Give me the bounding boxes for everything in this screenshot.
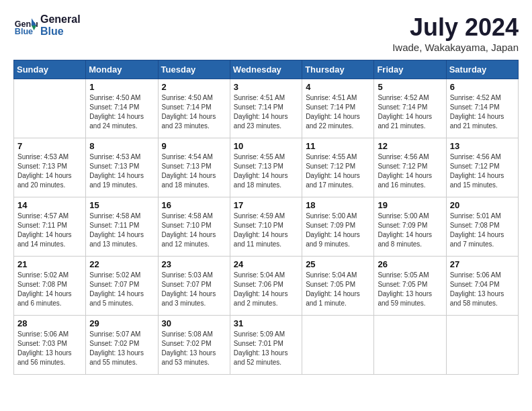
day-info: Sunrise: 4:55 AM Sunset: 7:12 PM Dayligh… <box>306 152 370 190</box>
day-info: Sunrise: 4:50 AM Sunset: 7:14 PM Dayligh… <box>162 93 226 131</box>
day-cell: 18Sunrise: 5:00 AM Sunset: 7:09 PM Dayli… <box>302 197 374 257</box>
day-info: Sunrise: 5:01 AM Sunset: 7:08 PM Dayligh… <box>450 212 515 249</box>
svg-text:Blue: Blue <box>15 27 33 36</box>
weekday-header-thursday: Thursday <box>302 60 374 79</box>
week-row-4: 21Sunrise: 5:02 AM Sunset: 7:08 PM Dayli… <box>14 257 519 316</box>
day-cell <box>446 316 518 375</box>
day-number: 23 <box>162 259 226 269</box>
day-cell: 1Sunrise: 4:50 AM Sunset: 7:14 PM Daylig… <box>86 79 158 138</box>
day-number: 17 <box>234 200 298 210</box>
day-info: Sunrise: 5:00 AM Sunset: 7:09 PM Dayligh… <box>306 212 370 249</box>
day-info: Sunrise: 4:51 AM Sunset: 7:14 PM Dayligh… <box>306 93 370 131</box>
day-info: Sunrise: 5:08 AM Sunset: 7:02 PM Dayligh… <box>162 330 226 367</box>
day-number: 27 <box>450 259 515 269</box>
day-number: 16 <box>162 200 226 210</box>
day-number: 31 <box>234 318 298 328</box>
day-number: 8 <box>89 141 154 151</box>
day-number: 5 <box>378 82 442 92</box>
day-number: 22 <box>89 259 154 269</box>
day-number: 19 <box>378 200 442 210</box>
week-row-5: 28Sunrise: 5:06 AM Sunset: 7:03 PM Dayli… <box>14 316 519 375</box>
logo-icon: General Blue <box>13 13 38 38</box>
day-cell: 14Sunrise: 4:57 AM Sunset: 7:11 PM Dayli… <box>14 197 86 257</box>
day-number: 25 <box>306 259 370 269</box>
day-info: Sunrise: 5:03 AM Sunset: 7:07 PM Dayligh… <box>162 271 226 308</box>
day-number: 9 <box>162 141 226 151</box>
day-cell: 25Sunrise: 5:04 AM Sunset: 7:05 PM Dayli… <box>302 257 374 316</box>
day-cell: 3Sunrise: 4:51 AM Sunset: 7:14 PM Daylig… <box>230 79 302 138</box>
day-cell: 17Sunrise: 4:59 AM Sunset: 7:10 PM Dayli… <box>230 197 302 257</box>
day-cell: 13Sunrise: 4:56 AM Sunset: 7:12 PM Dayli… <box>446 138 518 197</box>
day-number: 10 <box>234 141 298 151</box>
day-info: Sunrise: 4:58 AM Sunset: 7:10 PM Dayligh… <box>162 212 226 249</box>
day-cell: 21Sunrise: 5:02 AM Sunset: 7:08 PM Dayli… <box>14 257 86 316</box>
day-cell: 19Sunrise: 5:00 AM Sunset: 7:09 PM Dayli… <box>374 197 446 257</box>
day-info: Sunrise: 5:02 AM Sunset: 7:07 PM Dayligh… <box>89 271 154 308</box>
day-info: Sunrise: 5:02 AM Sunset: 7:08 PM Dayligh… <box>17 271 82 308</box>
day-cell: 8Sunrise: 4:53 AM Sunset: 7:13 PM Daylig… <box>86 138 158 197</box>
day-cell: 22Sunrise: 5:02 AM Sunset: 7:07 PM Dayli… <box>86 257 158 316</box>
day-number: 15 <box>89 200 154 210</box>
day-cell: 20Sunrise: 5:01 AM Sunset: 7:08 PM Dayli… <box>446 197 518 257</box>
weekday-header-row: SundayMondayTuesdayWednesdayThursdayFrid… <box>14 60 519 79</box>
day-number: 13 <box>450 141 515 151</box>
day-number: 20 <box>450 200 515 210</box>
day-cell: 6Sunrise: 4:52 AM Sunset: 7:14 PM Daylig… <box>446 79 518 138</box>
day-info: Sunrise: 4:56 AM Sunset: 7:12 PM Dayligh… <box>378 152 442 190</box>
day-number: 26 <box>378 259 442 269</box>
day-number: 12 <box>378 141 442 151</box>
day-number: 28 <box>17 318 82 328</box>
day-cell: 23Sunrise: 5:03 AM Sunset: 7:07 PM Dayli… <box>158 257 230 316</box>
day-info: Sunrise: 4:51 AM Sunset: 7:14 PM Dayligh… <box>234 93 298 131</box>
day-number: 2 <box>162 82 226 92</box>
week-row-2: 7Sunrise: 4:53 AM Sunset: 7:13 PM Daylig… <box>14 138 519 197</box>
logo-blue: Blue <box>40 26 81 38</box>
calendar-table: SundayMondayTuesdayWednesdayThursdayFrid… <box>13 60 519 375</box>
day-cell: 29Sunrise: 5:07 AM Sunset: 7:02 PM Dayli… <box>86 316 158 375</box>
day-info: Sunrise: 4:56 AM Sunset: 7:12 PM Dayligh… <box>450 152 515 190</box>
day-cell: 11Sunrise: 4:55 AM Sunset: 7:12 PM Dayli… <box>302 138 374 197</box>
day-info: Sunrise: 4:52 AM Sunset: 7:14 PM Dayligh… <box>450 93 515 131</box>
day-info: Sunrise: 4:52 AM Sunset: 7:14 PM Dayligh… <box>378 93 442 131</box>
weekday-header-wednesday: Wednesday <box>230 60 302 79</box>
day-number: 30 <box>162 318 226 328</box>
day-cell <box>14 79 86 138</box>
day-number: 14 <box>17 200 82 210</box>
day-info: Sunrise: 4:54 AM Sunset: 7:13 PM Dayligh… <box>162 152 226 190</box>
day-info: Sunrise: 4:55 AM Sunset: 7:13 PM Dayligh… <box>234 152 298 190</box>
day-info: Sunrise: 4:57 AM Sunset: 7:11 PM Dayligh… <box>17 212 82 249</box>
day-cell: 26Sunrise: 5:05 AM Sunset: 7:05 PM Dayli… <box>374 257 446 316</box>
day-cell: 28Sunrise: 5:06 AM Sunset: 7:03 PM Dayli… <box>14 316 86 375</box>
day-cell: 24Sunrise: 5:04 AM Sunset: 7:06 PM Dayli… <box>230 257 302 316</box>
day-number: 24 <box>234 259 298 269</box>
logo-general: General <box>40 13 81 26</box>
day-info: Sunrise: 5:05 AM Sunset: 7:05 PM Dayligh… <box>378 271 442 308</box>
weekday-header-sunday: Sunday <box>14 60 86 79</box>
week-row-3: 14Sunrise: 4:57 AM Sunset: 7:11 PM Dayli… <box>14 197 519 257</box>
day-cell: 7Sunrise: 4:53 AM Sunset: 7:13 PM Daylig… <box>14 138 86 197</box>
day-cell: 2Sunrise: 4:50 AM Sunset: 7:14 PM Daylig… <box>158 79 230 138</box>
day-number: 7 <box>17 141 82 151</box>
day-info: Sunrise: 5:06 AM Sunset: 7:04 PM Dayligh… <box>450 271 515 308</box>
day-number: 21 <box>17 259 82 269</box>
logo: General Blue General Blue <box>13 13 81 38</box>
day-cell: 15Sunrise: 4:58 AM Sunset: 7:11 PM Dayli… <box>86 197 158 257</box>
day-cell: 9Sunrise: 4:54 AM Sunset: 7:13 PM Daylig… <box>158 138 230 197</box>
day-cell <box>302 316 374 375</box>
day-cell: 16Sunrise: 4:58 AM Sunset: 7:10 PM Dayli… <box>158 197 230 257</box>
day-cell <box>374 316 446 375</box>
day-info: Sunrise: 4:53 AM Sunset: 7:13 PM Dayligh… <box>17 152 82 190</box>
weekday-header-tuesday: Tuesday <box>158 60 230 79</box>
month-title: July 2024 <box>392 13 519 42</box>
day-cell: 4Sunrise: 4:51 AM Sunset: 7:14 PM Daylig… <box>302 79 374 138</box>
weekday-header-friday: Friday <box>374 60 446 79</box>
day-number: 29 <box>89 318 154 328</box>
day-cell: 27Sunrise: 5:06 AM Sunset: 7:04 PM Dayli… <box>446 257 518 316</box>
day-info: Sunrise: 5:09 AM Sunset: 7:01 PM Dayligh… <box>234 330 298 367</box>
day-info: Sunrise: 5:04 AM Sunset: 7:06 PM Dayligh… <box>234 271 298 308</box>
day-cell: 5Sunrise: 4:52 AM Sunset: 7:14 PM Daylig… <box>374 79 446 138</box>
weekday-header-monday: Monday <box>86 60 158 79</box>
day-info: Sunrise: 4:58 AM Sunset: 7:11 PM Dayligh… <box>89 212 154 249</box>
day-cell: 10Sunrise: 4:55 AM Sunset: 7:13 PM Dayli… <box>230 138 302 197</box>
day-cell: 12Sunrise: 4:56 AM Sunset: 7:12 PM Dayli… <box>374 138 446 197</box>
